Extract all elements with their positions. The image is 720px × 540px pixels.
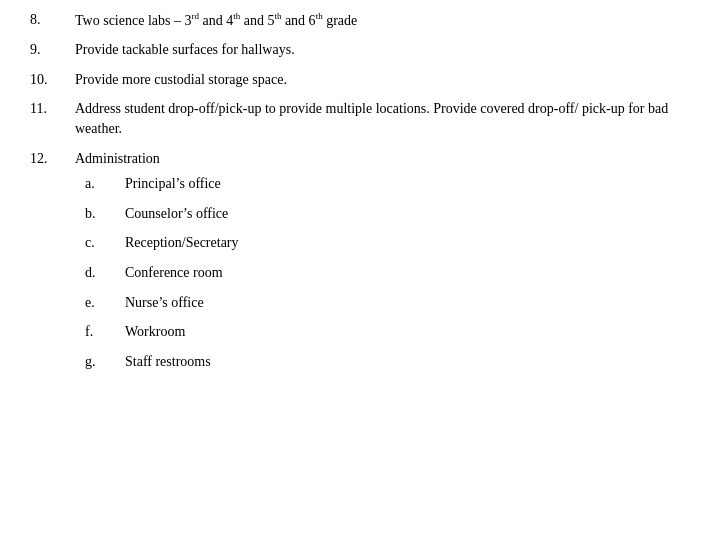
sub-content-f: Workroom	[125, 322, 690, 342]
item-content-12: Administration a. Principal’s office b. …	[75, 149, 690, 382]
sub-content-b: Counselor’s office	[125, 204, 690, 224]
item-content-11: Address student drop-off/pick-up to prov…	[75, 99, 690, 138]
sub-content-e: Nurse’s office	[125, 293, 690, 313]
item-12-label: Administration	[75, 151, 160, 166]
item-content-9: Provide tackable surfaces for hallways.	[75, 40, 690, 60]
list-item-8: 8. Two science labs – 3rd and 4th and 5t…	[30, 10, 690, 30]
list-item-10: 10. Provide more custodial storage space…	[30, 70, 690, 90]
sub-item-d: d. Conference room	[75, 263, 690, 283]
sub-content-g: Staff restrooms	[125, 352, 690, 372]
sub-content-d: Conference room	[125, 263, 690, 283]
item-number-9: 9.	[30, 40, 75, 60]
sub-letter-c: c.	[75, 233, 125, 253]
sub-item-e: e. Nurse’s office	[75, 293, 690, 313]
item-content-10: Provide more custodial storage space.	[75, 70, 690, 90]
sub-letter-e: e.	[75, 293, 125, 313]
item-number-8: 8.	[30, 10, 75, 30]
sub-letter-a: a.	[75, 174, 125, 194]
sub-item-a: a. Principal’s office	[75, 174, 690, 194]
sub-letter-b: b.	[75, 204, 125, 224]
sub-letter-d: d.	[75, 263, 125, 283]
list-item-11: 11. Address student drop-off/pick-up to …	[30, 99, 690, 138]
sub-letter-f: f.	[75, 322, 125, 342]
page-content: 8. Two science labs – 3rd and 4th and 5t…	[0, 0, 720, 401]
sub-item-f: f. Workroom	[75, 322, 690, 342]
item-number-10: 10.	[30, 70, 75, 90]
sub-item-g: g. Staff restrooms	[75, 352, 690, 372]
sub-item-b: b. Counselor’s office	[75, 204, 690, 224]
list-item-12: 12. Administration a. Principal’s office…	[30, 149, 690, 382]
sub-letter-g: g.	[75, 352, 125, 372]
list-item-9: 9. Provide tackable surfaces for hallway…	[30, 40, 690, 60]
item-content-8: Two science labs – 3rd and 4th and 5th a…	[75, 10, 690, 30]
item-number-11: 11.	[30, 99, 75, 138]
sub-content-a: Principal’s office	[125, 174, 690, 194]
sub-list-12: a. Principal’s office b. Counselor’s off…	[75, 174, 690, 371]
sub-content-c: Reception/Secretary	[125, 233, 690, 253]
sub-item-c: c. Reception/Secretary	[75, 233, 690, 253]
item-number-12: 12.	[30, 149, 75, 382]
